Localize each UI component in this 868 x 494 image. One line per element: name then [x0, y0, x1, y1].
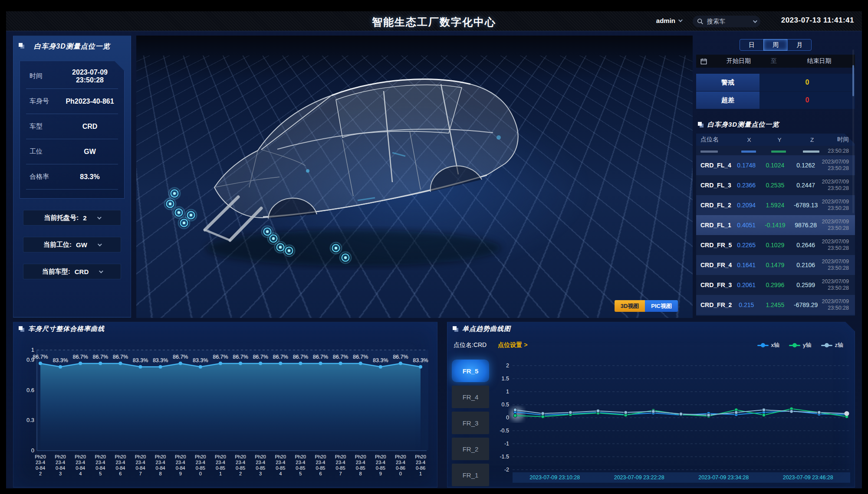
measurement-summary-panel: 白车身3D测量点位一览 时间 2023-07-09 23:50:28 车身号 P… — [13, 36, 131, 317]
model-select[interactable]: 当前车型: CRD — [23, 264, 121, 279]
field-value: CRD — [62, 123, 118, 131]
trend-legend: x轴 y轴 z轴 — [757, 341, 844, 349]
table-row-partial[interactable]: 23:50:28 — [696, 146, 855, 155]
measure-time: 2023/07/0923:50:28 — [822, 239, 855, 252]
calendar-icon — [700, 58, 707, 65]
measurement-table: 点位名 X Y Z 时间 23:50:28 CRD_FL_4 0.1748 0.… — [696, 134, 855, 316]
field-value: 83.3% — [62, 173, 118, 181]
alert-count: 0 — [760, 74, 855, 91]
svg-text:83.3%: 83.3% — [413, 357, 428, 363]
table-row[interactable]: CRD_FL_3 0.2366 0.2535 0.2447 2023/07/09… — [696, 175, 855, 195]
svg-text:86.7%: 86.7% — [93, 354, 108, 360]
svg-text:0: 0 — [506, 415, 509, 421]
panel-square-icon — [19, 326, 25, 332]
svg-text:0.6: 0.6 — [26, 387, 34, 393]
legend-item-x[interactable]: x轴 — [757, 341, 780, 349]
car-3d-viewport[interactable]: 3D视图 PIC视图 — [136, 36, 693, 318]
table-row[interactable]: CRD_FL_4 0.1748 0.1024 0.1262 2023/07/09… — [696, 155, 855, 175]
measure-time: 2023/07/0923:50:28 — [822, 298, 855, 311]
legend-item-y[interactable]: y轴 — [789, 341, 812, 349]
search-placeholder: 搜索车 — [707, 18, 725, 26]
out-of-tolerance-count: 0 — [760, 92, 855, 109]
dashboard: 智能生态工厂数字化中心 admin 搜索车 2023-07-13 11:41:4… — [6, 11, 862, 488]
svg-text:86.7%: 86.7% — [293, 354, 308, 360]
user-menu[interactable]: admin — [656, 17, 681, 24]
vehicle-search-input[interactable]: 搜索车 — [693, 16, 760, 27]
legend-swatch — [789, 343, 800, 347]
legend-swatch — [757, 343, 769, 347]
user-name: admin — [656, 17, 675, 24]
table-row[interactable]: CRD_FR_5 0.2265 0.1029 0.2646 2023/07/09… — [696, 235, 855, 255]
point-name: CRD_FR_5 — [696, 242, 733, 249]
right-panel: 日 周 月 开始日期 至 结束日期 警戒 0 超差 0 — [696, 36, 855, 318]
clock: 2023-07-13 11:41:41 — [781, 16, 854, 25]
date-range-picker[interactable]: 开始日期 至 结束日期 — [696, 55, 855, 68]
search-icon — [697, 18, 704, 25]
svg-text:Ph2023-40-846: Ph2023-40-846 — [115, 454, 126, 476]
svg-text:Ph2023-40-850: Ph2023-40-850 — [195, 454, 206, 476]
panel-square-icon — [698, 122, 704, 128]
table-panel-title: 白车身3D测量点位一览 — [698, 121, 779, 129]
out-of-tolerance-label: 超差 — [696, 92, 760, 109]
point-button-fr1[interactable]: FR_1 — [452, 464, 489, 486]
field-label: 车型 — [26, 122, 62, 131]
end-date-input[interactable]: 结束日期 — [783, 57, 855, 65]
trend-subheader: 点位名:CRD 点位设置 > — [454, 341, 527, 349]
point-trend-chart: 21.510.50-0.5-1-1.5-22023-07-09 23:10:28… — [491, 354, 854, 484]
field-label: 工位 — [26, 147, 62, 156]
tab-day[interactable]: 日 — [740, 39, 764, 51]
point-button-fr5[interactable]: FR_5 — [452, 360, 489, 382]
table-row[interactable]: CRD_FR_4 0.1641 0.1479 0.2106 2023/07/09… — [696, 255, 855, 275]
field-value: 2023-07-09 23:50:28 — [62, 69, 118, 84]
chevron-down-icon — [753, 19, 757, 23]
view-pic-button[interactable]: PIC视图 — [645, 300, 678, 312]
point-button-fr4[interactable]: FR_4 — [452, 386, 489, 408]
view-3d-button[interactable]: 3D视图 — [615, 300, 645, 312]
table-row[interactable]: CRD_FR_2 0.215 1.2455 -6789.29 2023/07/0… — [696, 295, 855, 315]
svg-text:Ph2023-40-858: Ph2023-40-858 — [355, 454, 366, 476]
point-name: CRD_FL_2 — [696, 202, 733, 209]
pallet-select[interactable]: 当前托盘号: 2 — [23, 210, 121, 226]
svg-text:0.5: 0.5 — [502, 402, 509, 408]
svg-text:Ph2023-40-849: Ph2023-40-849 — [175, 454, 186, 476]
svg-text:Ph2023-40-859: Ph2023-40-859 — [375, 454, 386, 476]
alert-stat-row: 警戒 0 — [696, 74, 855, 91]
svg-text:Ph2023-40-860: Ph2023-40-860 — [395, 454, 406, 476]
point-name: CRD_FL_3 — [696, 182, 733, 189]
measure-time: 2023/07/0923:50:28 — [822, 278, 855, 291]
table-scrollbar[interactable] — [852, 49, 854, 213]
field-label: 车身号 — [26, 97, 62, 105]
start-date-input[interactable]: 开始日期 — [713, 57, 764, 65]
table-row[interactable]: CRD_FL_1 0.4051 -0.1419 9876.28 2023/07/… — [696, 215, 855, 235]
svg-text:86.7%: 86.7% — [253, 354, 268, 360]
point-name: CRD_FR_2 — [696, 301, 733, 308]
panel-square-icon — [19, 43, 25, 49]
point-button-fr2[interactable]: FR_2 — [452, 438, 489, 460]
field-label: 合格率 — [26, 173, 62, 181]
view-mode-switch: 3D视图 PIC视图 — [615, 300, 678, 312]
svg-text:-0.5: -0.5 — [500, 428, 509, 434]
legend-item-z[interactable]: z轴 — [821, 341, 844, 349]
point-name: CRD_FR_3 — [696, 281, 733, 288]
car-body-graphic — [149, 44, 566, 278]
svg-text:0.3: 0.3 — [26, 417, 34, 423]
out-of-tolerance-stat-row: 超差 0 — [696, 92, 855, 109]
svg-text:1: 1 — [506, 389, 509, 395]
svg-text:86.7%: 86.7% — [213, 354, 228, 360]
svg-text:-1.5: -1.5 — [500, 454, 509, 460]
panel-title: 单点趋势曲线图 — [453, 325, 511, 333]
svg-text:Ph2023-40-852: Ph2023-40-852 — [235, 454, 246, 476]
table-row[interactable]: CRD_FL_2 0.2094 1.5924 -6789.13 2023/07/… — [696, 195, 855, 215]
svg-text:Ph2023-40-854: Ph2023-40-854 — [275, 454, 286, 476]
tab-month[interactable]: 月 — [787, 39, 812, 51]
field-value: Ph2023-40-861 — [62, 98, 118, 105]
measure-time: 2023/07/0923:50:28 — [822, 258, 855, 272]
point-settings-link[interactable]: 点位设置 > — [498, 341, 527, 349]
station-select[interactable]: 当前工位: GW — [23, 237, 121, 252]
tab-week[interactable]: 周 — [763, 39, 788, 51]
panel-title: 白车身3D测量点位一览 — [13, 36, 131, 51]
point-button-fr3[interactable]: FR_3 — [452, 412, 489, 434]
svg-text:Ph2023-40-845: Ph2023-40-845 — [95, 454, 106, 476]
qualification-rate-panel: 车身尺寸整体合格率曲线 00.30.60.9186.7%Ph2023-40-84… — [13, 322, 437, 487]
table-row[interactable]: CRD_FR_3 0.2061 0.2996 0.2599 2023/07/09… — [696, 275, 855, 295]
